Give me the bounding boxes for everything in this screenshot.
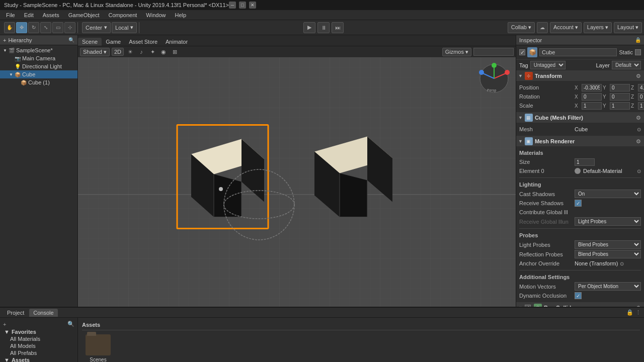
tab-console[interactable]: Console <box>29 309 57 317</box>
object-name-input[interactable] <box>539 48 617 56</box>
close-button[interactable]: ✕ <box>249 2 256 9</box>
light-probes-dropdown[interactable]: Blend Probes <box>575 240 641 249</box>
scale-z-input[interactable] <box>638 102 644 110</box>
layers-dropdown[interactable]: Layers ▾ <box>584 22 612 33</box>
menu-help[interactable]: Help <box>171 11 190 19</box>
size-input[interactable] <box>575 158 595 166</box>
layer-dropdown[interactable]: Default <box>612 61 641 69</box>
pause-button[interactable]: ⏸ <box>317 22 330 33</box>
rot-y-input[interactable] <box>610 93 630 101</box>
scale-tool-button[interactable]: ⤡ <box>40 22 51 33</box>
inspector-scroll[interactable]: ✓ 📦 Static Tag Untagged Layer Default <box>516 45 644 307</box>
favorites-section[interactable]: ▼ Favorites <box>0 328 77 335</box>
pos-z-input[interactable] <box>638 84 644 92</box>
cloud-button[interactable]: ☁ <box>537 22 548 33</box>
menu-file[interactable]: File <box>2 11 19 19</box>
scale-x-input[interactable] <box>582 102 602 110</box>
scene-light-toggle[interactable]: ☀ <box>126 47 135 56</box>
hierarchy-item-cube[interactable]: ▼ 📦 Cube <box>0 70 77 78</box>
mesh-picker-icon[interactable]: ⊙ <box>637 127 641 132</box>
rect-tool-button[interactable]: ▭ <box>52 22 63 33</box>
rotate-tool-button[interactable]: ↻ <box>28 22 39 33</box>
hierarchy-search-icon[interactable]: 🔍 <box>68 37 74 43</box>
search-icon[interactable]: 🔍 <box>67 321 74 327</box>
hierarchy-create-btn[interactable]: + <box>3 37 6 43</box>
play-button[interactable]: ▶ <box>303 22 315 33</box>
transform-header[interactable]: ▼ ⊹ Transform ⚙ <box>516 71 644 81</box>
menu-gameobject[interactable]: GameObject <box>64 11 104 19</box>
center-dropdown[interactable]: Center ▾ <box>82 22 111 33</box>
settings-icon[interactable]: ⚙ <box>635 72 642 79</box>
scene-hidden-toggle[interactable]: ◉ <box>159 47 168 56</box>
minimize-button[interactable]: ─ <box>229 2 236 9</box>
add-icon[interactable]: + <box>3 321 6 327</box>
object-active-checkbox[interactable]: ✓ <box>519 49 525 55</box>
collab-dropdown[interactable]: Collab ▾ <box>508 22 535 33</box>
scene-canvas[interactable]: X Y Z Persp <box>78 57 516 307</box>
2d-toggle[interactable]: 2D <box>112 48 124 56</box>
all-materials-item[interactable]: All Materials <box>0 335 77 342</box>
receive-shadows-checkbox[interactable]: ✓ <box>575 200 582 207</box>
collider-enabled-checkbox[interactable]: ✓ <box>525 305 531 307</box>
anchor-picker[interactable]: ⊙ <box>620 261 624 266</box>
menu-edit[interactable]: Edit <box>20 11 38 19</box>
maximize-button[interactable]: □ <box>239 2 246 9</box>
receive-gi-dropdown[interactable]: Light Probes <box>575 217 641 226</box>
layout-dropdown[interactable]: Layout ▾ <box>614 22 642 33</box>
move-tool-button[interactable]: ✥ <box>16 22 27 33</box>
bottom-more-icon[interactable]: ⋮ <box>635 309 641 316</box>
reflection-probes-dropdown[interactable]: Blend Probes <box>575 250 641 258</box>
settings-icon[interactable]: ⚙ <box>635 114 642 121</box>
toolbar: ✋ ✥ ↻ ⤡ ▭ ⊹ Center ▾ Local ▾ ▶ ⏸ ⏭ Colla… <box>0 20 644 35</box>
tag-dropdown[interactable]: Untagged <box>530 61 566 69</box>
local-dropdown[interactable]: Local ▾ <box>112 22 137 33</box>
tab-animator[interactable]: Animator <box>162 38 192 46</box>
menu-assets[interactable]: Assets <box>39 11 63 19</box>
account-dropdown[interactable]: Account ▾ <box>550 22 582 33</box>
pos-x-input[interactable] <box>582 84 602 92</box>
scene-grid-toggle[interactable]: ⊞ <box>170 47 179 56</box>
mesh-filter-header[interactable]: ▼ ▦ Cube (Mesh Filter) ⚙ <box>516 113 644 123</box>
scene-audio-toggle[interactable]: ♪ <box>137 47 146 56</box>
transform-tool-button[interactable]: ⊹ <box>64 22 75 33</box>
bottom-panels: Project Console 🔒 ⋮ + 🔍 ▼ Favorites All … <box>0 307 644 362</box>
rot-z-input[interactable] <box>638 93 644 101</box>
tab-project[interactable]: Project <box>3 309 28 317</box>
settings-icon[interactable]: ⚙ <box>635 138 642 145</box>
hierarchy-item-samplescene[interactable]: ▼ 🎬 SampleScene* <box>0 46 77 54</box>
tab-asset-store[interactable]: Asset Store <box>125 38 162 46</box>
scale-y-input[interactable] <box>610 102 630 110</box>
bottom-lock-icon[interactable]: 🔒 <box>626 309 633 316</box>
rot-x-input[interactable] <box>582 93 602 101</box>
mesh-filter-body: Mesh Cube ⊙ <box>516 123 644 136</box>
menu-component[interactable]: Component <box>104 11 141 19</box>
element0-value: Default-Material ⊙ <box>575 168 641 174</box>
dynamic-occlusion-checkbox[interactable]: ✓ <box>575 292 582 299</box>
render-mode-dropdown[interactable]: Shaded ▾ <box>80 48 110 56</box>
hierarchy-item-cube1[interactable]: 📦 Cube (1) <box>0 78 77 86</box>
mesh-renderer-header[interactable]: ▼ ▣ Mesh Renderer ⚙ <box>516 136 644 146</box>
box-collider-header[interactable]: ▼ ✓ ⬡ Box Collider ⚙ <box>516 303 644 307</box>
fold-arrow: ▼ <box>4 329 10 335</box>
tab-scene[interactable]: Scene <box>78 38 102 46</box>
inspector-lock-icon[interactable]: 🔒 <box>635 37 641 43</box>
menu-window[interactable]: Window <box>142 11 170 19</box>
static-checkbox[interactable] <box>635 49 641 55</box>
assets-section[interactable]: ▼ Assets <box>0 356 77 362</box>
scene-search-input[interactable] <box>473 48 514 56</box>
all-models-item[interactable]: All Models <box>0 342 77 349</box>
scene-fx-toggle[interactable]: ✦ <box>148 47 157 56</box>
cast-shadows-dropdown[interactable]: On <box>575 190 641 198</box>
settings-icon[interactable]: ⚙ <box>635 304 642 307</box>
motion-vectors-dropdown[interactable]: Per Object Motion <box>575 282 641 291</box>
all-prefabs-item[interactable]: All Prefabs <box>0 349 77 356</box>
step-button[interactable]: ⏭ <box>332 22 344 33</box>
hierarchy-item-main-camera[interactable]: 📷 Main Camera <box>0 54 77 62</box>
material-picker[interactable]: ⊙ <box>637 168 641 174</box>
scenes-asset-item[interactable]: Scenes <box>82 334 114 362</box>
pos-y-input[interactable] <box>610 84 630 92</box>
gizmos-dropdown[interactable]: Gizmos ▾ <box>442 48 471 56</box>
hierarchy-item-directional-light[interactable]: 💡 Directional Light <box>0 62 77 70</box>
hand-tool-button[interactable]: ✋ <box>4 22 15 33</box>
tab-game[interactable]: Game <box>102 38 125 46</box>
